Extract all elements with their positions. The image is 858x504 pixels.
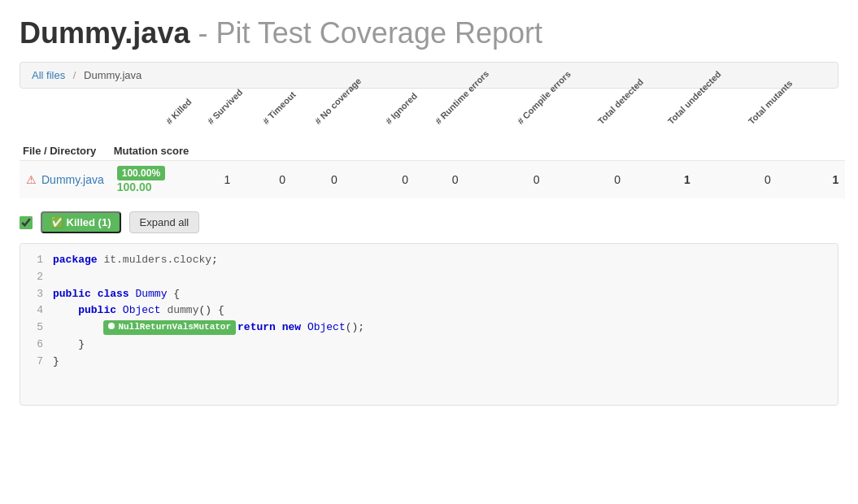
timeout-count: 0 [292, 161, 344, 199]
breadcrumb-separator: / [73, 69, 76, 81]
code-line-2: 2 [20, 269, 838, 286]
line-content-1: package it.mulders.clocky; [53, 252, 838, 269]
file-cell: ⚠ Dummy.java [20, 161, 111, 199]
code-line-6: 6 } [20, 337, 838, 354]
table-row: ⚠ Dummy.java 100.00% 100.00 1 0 0 0 0 0 … [20, 161, 845, 199]
survived-count: 0 [237, 161, 292, 199]
score-badge: 100.00% [117, 166, 165, 180]
line-content-7: } [53, 354, 838, 371]
file-link[interactable]: Dummy.java [41, 173, 104, 186]
file-error-icon: ⚠ [26, 173, 37, 186]
line-num-4: 4 [20, 302, 53, 319]
line-num-7: 7 [20, 354, 53, 371]
killed-section-controls: ✅ Killed (1) Expand all [20, 211, 838, 233]
line-num-6: 6 [20, 337, 53, 354]
total-undetected-count: 0 [697, 161, 777, 199]
no-coverage-count: 0 [344, 161, 415, 199]
breadcrumb-all-files-link[interactable]: All files [32, 69, 65, 81]
code-container: 1 package it.mulders.clocky; 2 3 public … [20, 243, 838, 406]
col-header-file: File / Directory [20, 102, 111, 161]
mutator-inline-badge[interactable]: NullReturnValsMutator [103, 320, 236, 335]
line-content-5: NullReturnValsMutatorreturn new Object()… [53, 319, 838, 337]
breadcrumb-current: Dummy.java [84, 69, 142, 81]
total-mutants-count: 1 [777, 161, 845, 199]
line-content-6: } [53, 337, 838, 354]
page-title-main: Dummy.java [20, 16, 189, 50]
killed-checkbox[interactable] [20, 216, 33, 229]
col-header-total-mutants: Total mutants [777, 102, 845, 161]
code-line-7: 7 } [20, 354, 838, 371]
code-line-5: 5 NullReturnValsMutatorreturn new Object… [20, 319, 838, 337]
line-num-3: 3 [20, 286, 53, 303]
ignored-count: 0 [415, 161, 465, 199]
code-line-3: 3 public class Dummy { [20, 286, 838, 303]
code-line-1: 1 package it.mulders.clocky; [20, 252, 838, 269]
killed-badge-button[interactable]: ✅ Killed (1) [41, 211, 121, 233]
code-line-4: 4 public Object dummy() { [20, 302, 838, 319]
page-title-subtitle: - Pit Test Coverage Report [198, 16, 542, 50]
line-num-2: 2 [20, 269, 53, 286]
compile-errors-count: 0 [547, 161, 627, 199]
coverage-table: File / Directory Mutation score # Killed… [20, 102, 845, 198]
page-title: Dummy.java - Pit Test Coverage Report [20, 16, 838, 50]
line-num-1: 1 [20, 252, 53, 269]
line-num-5: 5 [20, 319, 53, 337]
line-content-3: public class Dummy { [53, 286, 838, 303]
score-value: 100.00 [117, 180, 152, 193]
score-cell: 100.00% 100.00 [111, 161, 195, 199]
line-content-2 [53, 269, 838, 286]
line-content-4: public Object dummy() { [53, 302, 838, 319]
expand-all-button[interactable]: Expand all [129, 211, 200, 233]
killed-count: 1 [195, 161, 237, 199]
total-detected-count: 1 [627, 161, 697, 199]
runtime-errors-count: 0 [464, 161, 546, 199]
